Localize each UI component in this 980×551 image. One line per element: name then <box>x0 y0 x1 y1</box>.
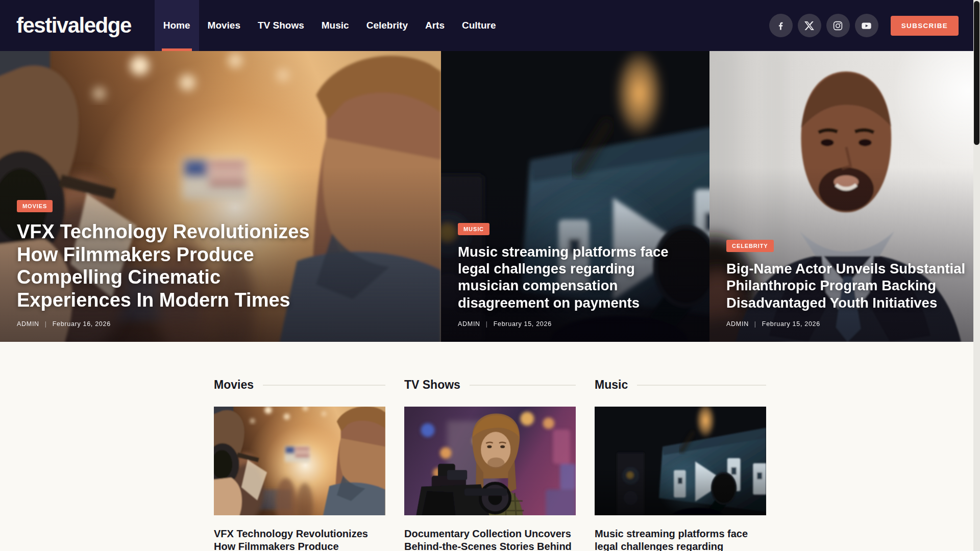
site-logo[interactable]: festivaledge <box>16 13 131 38</box>
card-image-movies <box>214 407 385 515</box>
section-title-tv-shows: TV Shows <box>404 378 460 392</box>
scrollbar-thumb[interactable] <box>974 1 979 145</box>
card-title[interactable]: VFX Technology Revolutionizes How Filmma… <box>214 528 385 551</box>
section-divider <box>637 385 766 386</box>
article-meta: ADMIN | February 15, 2026 <box>726 320 967 328</box>
hero-section: MOVIES VFX Technology Revolutionizes How… <box>0 51 980 342</box>
card-image-tv <box>404 407 576 515</box>
card-title[interactable]: Documentary Collection Uncovers Behind-t… <box>404 528 576 551</box>
section-movies: Movies VFX Technology Revolutionizes How… <box>214 378 385 551</box>
publish-date: February 15, 2026 <box>494 320 552 328</box>
section-divider <box>470 385 576 386</box>
article-card[interactable]: VFX Technology Revolutionizes How Filmma… <box>214 407 385 551</box>
scrollbar-track[interactable] <box>973 0 980 551</box>
meta-separator: | <box>486 320 488 328</box>
instagram-icon[interactable] <box>826 14 850 37</box>
nav-item-movies[interactable]: Movies <box>199 0 249 51</box>
subscribe-button[interactable]: SUBSCRIBE <box>891 16 959 36</box>
section-divider <box>263 385 385 386</box>
meta-separator: | <box>754 320 756 328</box>
hero-title[interactable]: Big-Name Actor Unveils Substantial Phila… <box>726 260 967 311</box>
hero-article-music[interactable]: MUSIC Music streaming platforms face leg… <box>441 51 709 342</box>
x-twitter-icon[interactable] <box>798 14 821 37</box>
header-actions: SUBSCRIBE <box>769 0 959 51</box>
hero-title[interactable]: VFX Technology Revolutionizes How Filmma… <box>17 220 336 311</box>
article-card[interactable]: Documentary Collection Uncovers Behind-t… <box>404 407 576 551</box>
article-card[interactable]: Music streaming platforms face legal cha… <box>595 407 766 551</box>
nav-item-tv-shows[interactable]: TV Shows <box>249 0 313 51</box>
category-sections: Movies VFX Technology Revolutionizes How… <box>214 342 766 551</box>
hero-title[interactable]: Music streaming platforms face legal cha… <box>458 243 696 311</box>
section-title-music: Music <box>595 378 628 392</box>
nav-item-home[interactable]: Home <box>155 0 199 51</box>
nav-item-arts[interactable]: Arts <box>416 0 453 51</box>
category-badge[interactable]: MUSIC <box>458 223 489 235</box>
author[interactable]: ADMIN <box>726 320 749 328</box>
category-badge[interactable]: CELEBRITY <box>726 240 773 252</box>
hero-article-movies[interactable]: MOVIES VFX Technology Revolutionizes How… <box>0 51 441 342</box>
publish-date: February 16, 2026 <box>53 320 111 328</box>
youtube-icon[interactable] <box>855 14 878 37</box>
publish-date: February 15, 2026 <box>762 320 820 328</box>
section-title-movies: Movies <box>214 378 254 392</box>
nav-item-music[interactable]: Music <box>313 0 358 51</box>
author[interactable]: ADMIN <box>458 320 480 328</box>
main-nav: Home Movies TV Shows Music Celebrity Art… <box>155 0 505 51</box>
section-music: Music Music streaming platforms face leg… <box>595 378 766 551</box>
meta-separator: | <box>45 320 47 328</box>
nav-item-culture[interactable]: Culture <box>453 0 505 51</box>
site-header: festivaledge Home Movies TV Shows Music … <box>0 0 980 51</box>
author[interactable]: ADMIN <box>17 320 39 328</box>
category-badge[interactable]: MOVIES <box>17 200 53 212</box>
article-meta: ADMIN | February 15, 2026 <box>458 320 696 328</box>
card-title[interactable]: Music streaming platforms face legal cha… <box>595 528 766 551</box>
facebook-icon[interactable] <box>769 14 793 37</box>
nav-item-celebrity[interactable]: Celebrity <box>358 0 416 51</box>
article-meta: ADMIN | February 16, 2026 <box>17 320 428 328</box>
card-image-music <box>595 407 766 515</box>
hero-article-celebrity[interactable]: CELEBRITY Big-Name Actor Unveils Substan… <box>709 51 980 342</box>
section-tv-shows: TV Shows Documentary Collection Uncovers… <box>404 378 576 551</box>
